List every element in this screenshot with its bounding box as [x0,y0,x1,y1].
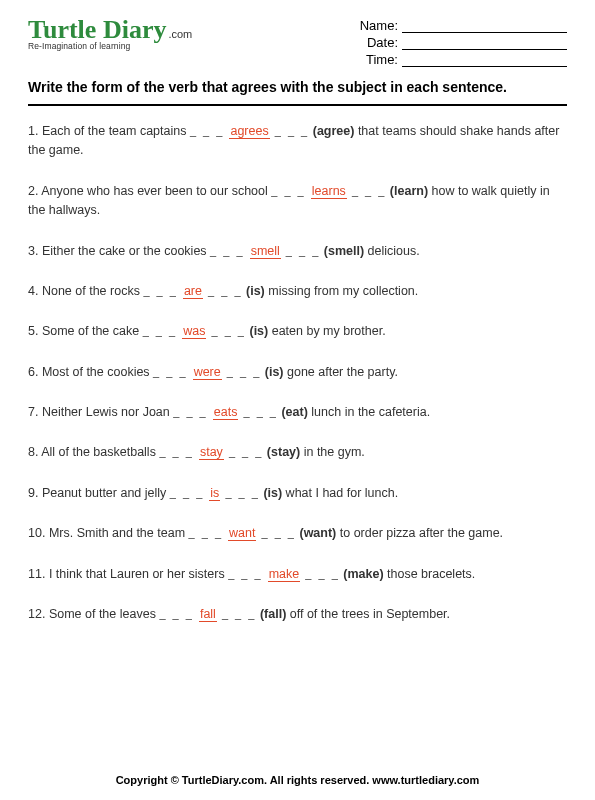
question-row: 1. Each of the team captains _ _ _ agree… [28,122,567,161]
question-pre: Either the cake or the cookies [42,244,207,258]
question-pre: Anyone who has ever been to our school [41,184,268,198]
blank-dashes: _ _ _ [159,446,199,458]
time-label: Time: [348,52,398,67]
blank-dashes: _ _ _ [270,125,310,137]
answer-text: was [182,324,206,339]
question-number: 11. [28,567,45,581]
question-post: eaten by my brother. [268,324,385,338]
blank-dashes: _ _ _ [143,325,183,337]
question-pre: All of the basketballs [41,445,156,459]
question-row: 12. Some of the leaves _ _ _ fall _ _ _ … [28,605,567,624]
question-row: 9. Peanut butter and jelly _ _ _ is _ _ … [28,484,567,503]
blank-dashes: _ _ _ [203,285,243,297]
blank-dashes: _ _ _ [190,125,230,137]
question-post: those bracelets. [384,567,476,581]
time-blank [402,53,567,67]
blank-dashes: _ _ _ [300,568,340,580]
verb-hint: (stay) [267,445,300,459]
blank-dashes: _ _ _ [153,366,193,378]
blank-dashes: _ _ _ [143,285,183,297]
question-row: 2. Anyone who has ever been to our schoo… [28,182,567,221]
question-post: off of the trees in September. [286,607,450,621]
blank-dashes: _ _ _ [173,406,213,418]
answer-text: want [228,526,256,541]
question-list: 1. Each of the team captains _ _ _ agree… [28,122,567,624]
verb-hint: (smell) [324,244,364,258]
blank-dashes: _ _ _ [220,487,260,499]
question-number: 7. [28,405,38,419]
question-pre: None of the rocks [42,284,140,298]
question-pre: I think that Lauren or her sisters [49,567,225,581]
logo-dotcom: .com [168,28,192,40]
question-number: 2. [28,184,38,198]
blank-dashes: _ _ _ [224,446,264,458]
question-pre: Peanut butter and jelly [42,486,166,500]
blank-dashes: _ _ _ [189,527,229,539]
verb-hint: (fall) [260,607,286,621]
question-row: 6. Most of the cookies _ _ _ were _ _ _ … [28,363,567,382]
header: Turtle Diary.com Re-Imagination of learn… [28,18,567,69]
logo-brand: Turtle Diary.com [28,18,192,41]
answer-text: smell [250,244,281,259]
question-row: 5. Some of the cake _ _ _ was _ _ _ (is)… [28,322,567,341]
blank-dashes: _ _ _ [271,185,311,197]
answer-text: agrees [229,124,269,139]
question-number: 1. [28,124,38,138]
question-post: lunch in the cafeteria. [308,405,430,419]
instructions: Write the form of the verb that agrees w… [28,77,567,106]
question-row: 4. None of the rocks _ _ _ are _ _ _ (is… [28,282,567,301]
question-post: delicious. [364,244,420,258]
question-row: 8. All of the basketballs _ _ _ stay _ _… [28,443,567,462]
question-number: 4. [28,284,38,298]
info-fields: Name: Date: Time: [348,18,567,69]
answer-text: fall [199,607,217,622]
blank-dashes: _ _ _ [238,406,278,418]
question-pre: Each of the team captains [42,124,187,138]
question-pre: Most of the cookies [42,365,150,379]
blank-dashes: _ _ _ [256,527,296,539]
name-blank [402,19,567,33]
question-post: in the gym. [300,445,365,459]
answer-text: is [209,486,220,501]
answer-text: are [183,284,203,299]
question-number: 6. [28,365,38,379]
question-post: what I had for lunch. [282,486,398,500]
question-number: 8. [28,445,38,459]
question-row: 7. Neither Lewis nor Joan _ _ _ eats _ _… [28,403,567,422]
answer-text: stay [199,445,224,460]
blank-dashes: _ _ _ [222,366,262,378]
question-post: to order pizza after the game. [336,526,503,540]
answer-text: learns [311,184,347,199]
question-row: 3. Either the cake or the cookies _ _ _ … [28,242,567,261]
logo-tagline: Re-Imagination of learning [28,41,192,51]
verb-hint: (is) [246,284,265,298]
logo: Turtle Diary.com Re-Imagination of learn… [28,18,192,69]
question-post: missing from my collection. [265,284,419,298]
question-pre: Mrs. Smith and the team [49,526,185,540]
verb-hint: (is) [249,324,268,338]
date-label: Date: [348,35,398,50]
question-pre: Some of the cake [42,324,139,338]
blank-dashes: _ _ _ [170,487,210,499]
question-pre: Some of the leaves [49,607,156,621]
verb-hint: (learn) [390,184,428,198]
blank-dashes: _ _ _ [159,608,199,620]
logo-text: Turtle Diary [28,15,166,44]
date-blank [402,36,567,50]
question-number: 10. [28,526,45,540]
footer: Copyright © TurtleDiary.com. All rights … [0,774,595,786]
blank-dashes: _ _ _ [281,245,321,257]
blank-dashes: _ _ _ [228,568,268,580]
question-number: 9. [28,486,38,500]
answer-text: were [193,365,222,380]
verb-hint: (agree) [313,124,355,138]
blank-dashes: _ _ _ [347,185,387,197]
question-number: 12. [28,607,45,621]
verb-hint: (want) [299,526,336,540]
name-label: Name: [348,18,398,33]
verb-hint: (is) [265,365,284,379]
question-row: 11. I think that Lauren or her sisters _… [28,565,567,584]
blank-dashes: _ _ _ [217,608,257,620]
answer-text: eats [213,405,239,420]
blank-dashes: _ _ _ [210,245,250,257]
